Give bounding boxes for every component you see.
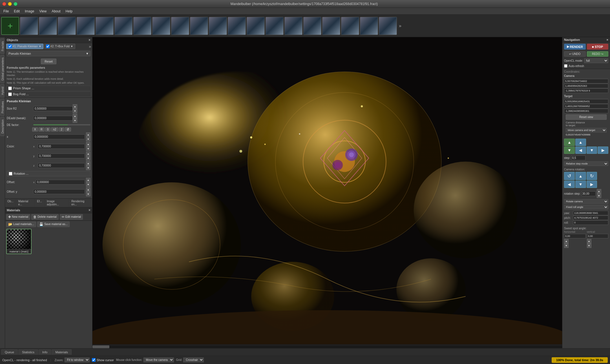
grid-select[interactable]: Crosshair xyxy=(183,358,204,362)
nav-right-blue[interactable]: ▶ xyxy=(598,147,608,154)
offset-x-up[interactable]: ▲ xyxy=(86,178,90,182)
yaw-input[interactable] xyxy=(573,211,608,215)
thumb-20[interactable] xyxy=(379,17,397,35)
csize-x-down[interactable]: ▼ xyxy=(86,147,90,151)
scrollbar-thumb[interactable] xyxy=(92,345,109,348)
x-down[interactable]: ▼ xyxy=(86,137,90,141)
thumb-15[interactable] xyxy=(284,17,302,35)
nav-down-green[interactable]: ▼ xyxy=(564,147,575,154)
csize-z-input[interactable] xyxy=(38,163,85,168)
bog-checkbox[interactable] xyxy=(8,92,12,96)
roll-input[interactable] xyxy=(573,220,608,225)
horizontal-scrollbar[interactable] xyxy=(92,345,562,348)
nav-up-green[interactable]: ▲ xyxy=(564,139,575,146)
csize-z-up[interactable]: ▲ xyxy=(86,161,90,166)
close-button[interactable] xyxy=(2,2,6,6)
camera-x-input[interactable] xyxy=(564,79,608,83)
load-materials-button[interactable]: 📂 Load materials... xyxy=(6,221,36,227)
x-input[interactable] xyxy=(33,134,85,139)
edit-material-button[interactable]: ✏ Edit material xyxy=(60,214,83,220)
btn-n2[interactable]: n2 xyxy=(51,127,58,132)
sweet-v-up[interactable]: ▲ xyxy=(587,239,591,243)
btn-2[interactable]: 2 xyxy=(59,127,65,132)
size-r2-up[interactable]: ▲ xyxy=(73,104,77,109)
rot-right[interactable]: ▶ xyxy=(587,181,597,188)
btn-0[interactable]: 0 xyxy=(45,127,51,132)
redo-button[interactable]: REDO ↪ xyxy=(587,51,609,57)
offset-x-down[interactable]: ▼ xyxy=(86,182,90,187)
camera-z-input[interactable] xyxy=(564,88,608,93)
vtab-hybrid[interactable]: Hybrid xyxy=(0,84,5,97)
menu-image[interactable]: Image xyxy=(23,9,36,14)
mouse-func-select[interactable]: Move the camera xyxy=(143,358,174,362)
vtab-global[interactable]: Global parameters xyxy=(0,55,5,83)
thumb-13[interactable] xyxy=(247,17,265,35)
de-slider[interactable] xyxy=(33,124,90,125)
tab-rendering-en[interactable]: Rendering en... xyxy=(69,199,92,207)
tab-ob[interactable]: Ob... xyxy=(5,199,16,207)
rot-left[interactable]: ◀ xyxy=(564,181,575,188)
reset-button[interactable]: Reset xyxy=(41,59,56,64)
prism-checkbox[interactable] xyxy=(8,86,12,90)
thumb-16[interactable] xyxy=(303,17,321,35)
rot-up[interactable]: ▲ xyxy=(575,172,586,180)
thumb-9[interactable] xyxy=(171,17,189,35)
maximize-button[interactable] xyxy=(14,2,17,6)
render-button[interactable]: ▶ RENDER xyxy=(564,44,586,50)
menu-help[interactable]: Help xyxy=(63,9,75,14)
vtab-fractals[interactable]: Fractals xyxy=(0,39,5,54)
sweet-h-down[interactable]: ▼ xyxy=(564,243,569,248)
rot-cam-select[interactable]: Rotate camera xyxy=(564,199,608,204)
stop-button[interactable]: ■ STOP xyxy=(587,44,609,50)
btab-queue[interactable]: Queue xyxy=(1,349,18,355)
rot-step-up[interactable]: ▲ xyxy=(597,189,601,194)
csize-y-input[interactable] xyxy=(38,154,85,158)
btab-info[interactable]: Info xyxy=(39,349,51,355)
sweet-h-up[interactable]: ▲ xyxy=(564,239,569,243)
de-slider-area[interactable] xyxy=(33,124,90,125)
thumb-1[interactable] xyxy=(20,17,38,35)
rot-cw[interactable]: ↻ xyxy=(587,172,597,180)
undo-button[interactable]: ↩ UNDO xyxy=(564,51,586,57)
material-item-1[interactable]: material 1 [mat1] xyxy=(6,229,32,254)
obj-tab-1[interactable]: #1: Pseudo Kleinian ▼ xyxy=(6,44,43,49)
btab-materials[interactable]: Materials xyxy=(52,349,72,355)
thumb-11[interactable] xyxy=(209,17,227,35)
offset-y-input[interactable] xyxy=(33,189,85,194)
obj-tab-more[interactable]: » xyxy=(89,44,91,49)
sweet-horizontal-input[interactable] xyxy=(564,234,586,238)
nav-down-blue[interactable]: ▼ xyxy=(587,147,597,154)
render-area[interactable] xyxy=(92,37,562,348)
deadd-down[interactable]: ▼ xyxy=(73,118,77,123)
rot-down[interactable]: ▼ xyxy=(575,181,586,188)
target-z-input[interactable] xyxy=(564,109,608,113)
thumb-4[interactable] xyxy=(77,17,95,35)
rot-step-input[interactable] xyxy=(582,191,596,196)
menu-about[interactable]: About xyxy=(49,9,63,14)
menu-view[interactable]: View xyxy=(37,9,49,14)
nav-up-blue[interactable]: ▲ xyxy=(575,139,586,146)
formula-dropdown[interactable]: Pseudo Kleinian ▼ xyxy=(7,51,90,56)
step-select[interactable]: Relative step mode xyxy=(564,161,608,166)
csize-z-down[interactable]: ▼ xyxy=(86,166,90,170)
thumb-5[interactable] xyxy=(96,17,114,35)
btn-x[interactable]: X xyxy=(32,127,38,132)
target-x-input[interactable] xyxy=(564,99,608,104)
thumb-8[interactable] xyxy=(152,17,170,35)
thumb-14[interactable] xyxy=(266,17,284,35)
show-cursor-checkbox[interactable] xyxy=(92,358,96,362)
thumb-12[interactable] xyxy=(228,17,246,35)
tab-image-adj[interactable]: Image adjustm... xyxy=(45,199,69,207)
offset-y-up[interactable]: ▲ xyxy=(86,187,90,192)
obj-tab-1-checkbox[interactable] xyxy=(8,45,12,48)
thumb-10[interactable] xyxy=(190,17,208,35)
size-r2-down[interactable]: ▼ xyxy=(73,109,77,113)
target-y-input[interactable] xyxy=(564,104,608,108)
camera-y-input[interactable] xyxy=(564,84,608,88)
csize-y-up[interactable]: ▲ xyxy=(86,152,90,156)
offset-x-input[interactable] xyxy=(36,180,85,185)
deadd-up[interactable]: ▲ xyxy=(73,114,77,118)
thumb-6[interactable] xyxy=(114,17,132,35)
thumb-19[interactable] xyxy=(360,17,378,35)
btn-r[interactable]: R xyxy=(39,127,45,132)
